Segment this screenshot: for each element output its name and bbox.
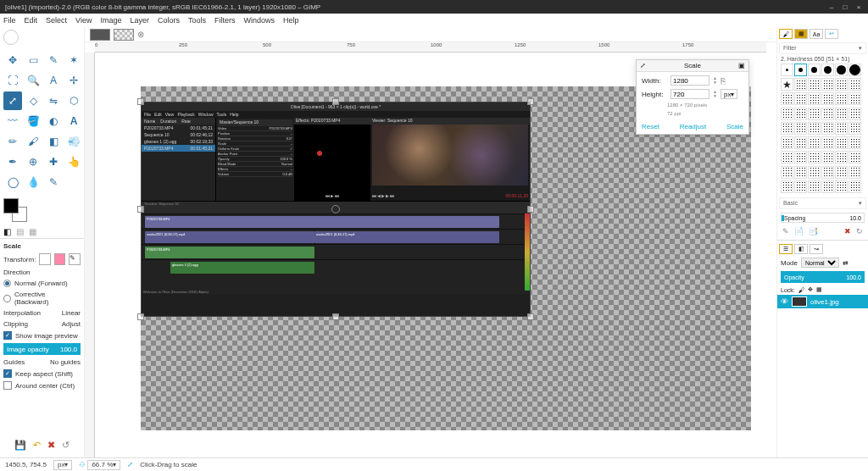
layer-mode-select[interactable]: Normal [801, 258, 839, 268]
text-tool[interactable]: A [44, 71, 63, 90]
olive-track-a2[interactable]: glasses 1 (2).ogg [142, 259, 530, 274]
layer-olive1[interactable]: Olive [Document1 - 963 × 1 clip(s)] - wo… [141, 102, 531, 317]
brush-delete-icon[interactable]: ✖ [844, 227, 851, 236]
brush-item[interactable] [821, 78, 834, 91]
brush-item[interactable] [849, 180, 861, 193]
airbrush-tool[interactable]: 💨 [64, 132, 83, 151]
width-spin-down[interactable]: ▼ [713, 80, 717, 85]
crop-tool[interactable]: ⛶ [3, 71, 22, 90]
brush-item[interactable] [781, 166, 793, 179]
olive-track-a1[interactable]: P2020733.MP4 [142, 244, 530, 259]
color-picker-tool[interactable]: 💧 [24, 173, 42, 191]
channels-tab[interactable]: ◧ [794, 244, 808, 254]
brush-item[interactable] [835, 92, 848, 105]
menu-filters[interactable]: Filters [214, 16, 236, 25]
brush-item[interactable] [835, 180, 848, 193]
brush-item[interactable] [794, 78, 807, 91]
keep-aspect-checkbox[interactable] [3, 369, 12, 378]
brush-item[interactable] [781, 78, 793, 91]
bucket-tool[interactable]: 🪣 [24, 112, 42, 130]
layers-tab[interactable]: ☰ [779, 244, 793, 254]
brush-refresh-icon[interactable]: ↻ [856, 227, 863, 236]
prev-icon[interactable]: ◀ [377, 193, 381, 198]
ruler-horizontal[interactable]: 025050075010001250150017502000 [95, 42, 766, 53]
scale-readjust-button[interactable]: Readjust [680, 123, 707, 130]
scale-handle-nw[interactable] [137, 98, 144, 105]
layer-switch-icon[interactable]: ⇄ [843, 259, 849, 267]
brush-item[interactable] [808, 122, 821, 135]
brush-item[interactable] [808, 78, 821, 91]
image-tab-close-icon[interactable]: ⊗ [137, 30, 144, 39]
brush-item[interactable] [781, 64, 793, 76]
pencil-tool[interactable]: ✏ [3, 132, 22, 151]
brush-item[interactable] [794, 166, 807, 179]
move-tool[interactable]: ✥ [3, 51, 22, 69]
gradient-tool[interactable]: ◐ [44, 112, 63, 130]
scale-handle-e[interactable] [527, 206, 534, 213]
dock-tab-device-icon[interactable]: ▤ [16, 227, 24, 236]
scale-handle-ne[interactable] [527, 98, 534, 105]
height-spin-down[interactable]: ▼ [713, 94, 717, 98]
delete-tool-preset-icon[interactable]: ✖ [47, 440, 55, 451]
brush-item[interactable] [849, 108, 861, 120]
brush-item[interactable] [821, 180, 834, 193]
brush-item[interactable] [835, 122, 848, 135]
transform-path-button[interactable]: ✎ [69, 253, 81, 265]
brush-item[interactable] [849, 166, 861, 179]
brush-item[interactable] [808, 92, 821, 105]
paintbrush-tool[interactable]: 🖌 [24, 132, 42, 151]
brush-item[interactable] [821, 166, 834, 179]
menu-help[interactable]: Help [283, 16, 299, 25]
next-icon[interactable]: ▶ [386, 193, 389, 198]
scale-dialog[interactable]: ⤢ Scale ▣ Width: ▲▼ ⎘ Height: ▲▼ px ▾ 12… [636, 59, 749, 135]
ruler-vertical[interactable] [85, 53, 95, 457]
brush-item[interactable] [835, 108, 848, 120]
image-opacity-slider[interactable]: Image opacity 100.0 [3, 343, 81, 355]
ink-tool[interactable]: ✒ [3, 152, 22, 171]
olive-clip-audio1[interactable]: P2020733.MP4 [145, 247, 314, 258]
brush-spacing-slider[interactable]: Spacing 10.0 [781, 213, 865, 223]
brush-item[interactable] [781, 92, 793, 105]
olive-clip-audio2[interactable]: glasses 1 (2).ogg [170, 262, 314, 274]
brush-item[interactable] [849, 64, 861, 76]
zoom-out-button[interactable]: ⦵ [79, 461, 85, 469]
brush-item[interactable] [821, 122, 834, 135]
around-center-checkbox[interactable] [3, 381, 12, 390]
scale-handle-sw[interactable] [137, 313, 144, 320]
brush-item[interactable] [781, 180, 793, 193]
menu-edit[interactable]: Edit [25, 16, 38, 25]
scale-reset-button[interactable]: Reset [642, 123, 659, 130]
maximize-button[interactable]: □ [841, 3, 849, 11]
brushes-tab[interactable]: 🖌 [779, 29, 793, 39]
brush-item[interactable] [821, 108, 834, 120]
go-end-icon[interactable]: ⏭ [390, 193, 394, 198]
brush-item[interactable] [808, 136, 821, 149]
interpolation-value[interactable]: Linear [62, 309, 81, 317]
next-frame-icon[interactable]: ⏭ [335, 193, 339, 198]
smudge-tool[interactable]: 👆 [64, 152, 83, 171]
brush-item[interactable] [808, 166, 821, 179]
layer-opacity-slider[interactable]: Opacity 100.0 [781, 271, 865, 283]
dock-tab-tool-options-icon[interactable]: ◧ [3, 227, 11, 236]
flip-tool[interactable]: ⇋ [44, 91, 63, 110]
eraser-tool[interactable]: ◧ [44, 132, 63, 151]
guides-value[interactable]: No guides [50, 358, 81, 366]
save-tool-preset-icon[interactable]: 💾 [14, 440, 26, 451]
scale-handle-w[interactable] [137, 206, 144, 213]
brush-edit-icon[interactable]: ✎ [782, 227, 789, 236]
brush-item[interactable] [821, 151, 834, 163]
fg-bg-swatch[interactable] [3, 198, 27, 222]
brush-item[interactable] [781, 136, 793, 149]
fonts-tab[interactable]: Aa [810, 29, 823, 39]
paths-tool[interactable]: ✎ [44, 173, 63, 191]
brush-item[interactable] [835, 136, 848, 149]
brush-item[interactable] [794, 136, 807, 149]
lock-pixels-icon[interactable]: 🖌 [798, 287, 804, 293]
brush-item[interactable] [821, 136, 834, 149]
brush-item[interactable] [835, 151, 848, 163]
scale-tool[interactable]: ⤢ [3, 91, 22, 110]
scale-handle-se[interactable] [527, 313, 534, 320]
brush-item[interactable] [808, 180, 821, 193]
brush-item[interactable] [849, 122, 861, 135]
go-start-icon[interactable]: ⏮ [372, 193, 376, 198]
